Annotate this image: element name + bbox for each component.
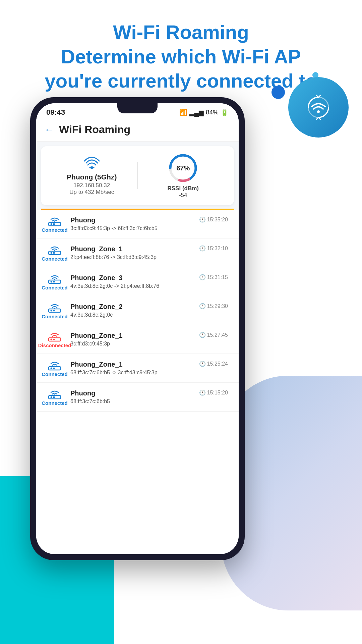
item-name: Phuong_Zone_1 <box>70 332 123 339</box>
item-time: 🕐 15:25:24 <box>199 361 228 367</box>
list-content: Phuong_Zone_1 🕐 15:27:45 3c:ff:d3:c9:45:… <box>66 332 232 347</box>
item-mac: 3c:ff:d3:c9:45:3p <box>70 341 228 347</box>
connection-list[interactable]: Connected Phuong 🕐 15:35:20 3c:ff:d3:c9:… <box>36 210 239 554</box>
list-item[interactable]: Connected Phuong_Zone_1 🕐 15:25:24 68:ff… <box>36 354 239 383</box>
list-content: Phuong_Zone_1 🕐 15:25:24 68:ff:3c:7c:6b:… <box>66 361 232 376</box>
status-time: 09:43 <box>46 108 65 117</box>
list-item[interactable]: Connected Phuong_Zone_3 🕐 15:31:15 4v:3e… <box>36 267 239 296</box>
svg-point-6 <box>51 223 52 225</box>
status-icons: 📶 ▂▄▆ 84% 🔋 <box>179 109 229 116</box>
rssi-label: RSSI (dBm) <box>168 185 199 192</box>
item-mac: 68:ff:3c:7c:6b:b5 -> 3c:ff:d3:c9:45:3p <box>70 370 228 376</box>
list-item[interactable]: Connected Phuong 🕐 15:35:20 3c:ff:d3:c9:… <box>36 210 239 238</box>
svg-point-10 <box>51 252 52 254</box>
item-mac: 4v:3e:3d:8c:2g:0c -> 2f:p4:ee:ff:8b:76 <box>70 283 228 289</box>
phone-frame: 09:43 📶 ▂▄▆ 84% 🔋 ← WiFi Roaming <box>30 97 245 560</box>
app-title: WiFi Roaming <box>59 123 130 136</box>
list-item[interactable]: Connected Phuong_Zone_1 🕐 15:32:10 2f:p4… <box>36 238 239 267</box>
svg-point-31 <box>53 396 55 398</box>
phone-screen: 09:43 📶 ▂▄▆ 84% 🔋 ← WiFi Roaming <box>36 103 239 554</box>
list-row-top: Phuong 🕐 15:15:20 <box>70 389 228 397</box>
wifi-icon-large <box>83 156 100 171</box>
phone-notch <box>117 103 158 113</box>
connection-status-label: Connected <box>42 256 68 262</box>
rssi-percent: 67% <box>176 164 190 172</box>
wifi-roaming-icon-circle <box>288 77 349 138</box>
item-name: Phuong <box>70 216 95 224</box>
item-time: 🕐 15:27:45 <box>199 332 228 338</box>
item-name: Phuong <box>70 389 95 397</box>
bg-dot-large <box>272 86 285 99</box>
svg-point-20 <box>54 308 55 309</box>
item-name: Phuong_Zone_3 <box>70 274 123 282</box>
item-time: 🕐 15:31:15 <box>199 274 228 280</box>
router-icon <box>47 215 62 227</box>
svg-point-22 <box>51 339 52 340</box>
item-name: Phuong_Zone_1 <box>70 245 123 253</box>
list-content: Phuong 🕐 15:35:20 3c:ff:d3:c9:45:3p -> 6… <box>66 216 232 231</box>
router-icon-col: Disconnected <box>43 330 66 348</box>
clock-icon: 🕐 <box>199 245 206 252</box>
svg-point-23 <box>53 339 55 340</box>
summary-ssid: Phuong (5Ghz) <box>67 173 117 181</box>
list-row-top: Phuong 🕐 15:35:20 <box>70 216 228 224</box>
signal-bars: ▂▄▆ <box>189 109 204 116</box>
clock-icon: 🕐 <box>199 303 206 309</box>
router-icon-col: Connected <box>43 273 66 290</box>
svg-point-30 <box>51 396 52 398</box>
clock-icon: 🕐 <box>199 274 206 280</box>
clock-icon: 🕐 <box>199 332 206 338</box>
item-time: 🕐 15:29:30 <box>199 303 228 309</box>
app-header: ← WiFi Roaming <box>36 120 239 142</box>
rssi-value: -54 <box>179 192 187 199</box>
list-row-top: Phuong_Zone_2 🕐 15:29:30 <box>70 303 228 311</box>
item-time: 🕐 15:15:20 <box>199 389 228 396</box>
list-content: Phuong 🕐 15:15:20 68:ff:3c:7c:6b:b5 <box>66 389 232 405</box>
svg-point-32 <box>54 394 55 396</box>
header-line2: Determine which Wi-Fi AP <box>61 46 301 67</box>
svg-point-18 <box>51 310 52 312</box>
svg-point-26 <box>51 368 52 369</box>
list-content: Phuong_Zone_3 🕐 15:31:15 4v:3e:3d:8c:2g:… <box>66 274 232 289</box>
summary-ip: 192.168.50.32 <box>73 182 110 189</box>
item-mac: 3c:ff:d3:c9:45:3p -> 68:ff:3c:7c:6b:b5 <box>70 225 228 231</box>
phone-mockup: 09:43 📶 ▂▄▆ 84% 🔋 ← WiFi Roaming <box>30 97 245 560</box>
list-item[interactable]: Connected Phuong_Zone_2 🕐 15:29:30 4v:3e… <box>36 296 239 325</box>
clock-icon: 🕐 <box>199 361 206 367</box>
connection-status-label: Connected <box>42 285 68 290</box>
connection-status-label: Connected <box>42 227 68 233</box>
router-icon-col: Connected <box>43 244 66 262</box>
back-button[interactable]: ← <box>44 124 54 135</box>
svg-point-27 <box>53 368 55 369</box>
router-icon-col: Connected <box>43 388 66 406</box>
router-icon <box>47 244 62 256</box>
svg-point-28 <box>54 366 55 367</box>
summary-speed: Up to 432 Mb/sec <box>69 189 114 196</box>
router-icon-col: Connected <box>43 359 66 377</box>
item-mac: 68:ff:3c:7c:6b:b5 <box>70 398 228 405</box>
battery-icon: 🔋 <box>221 109 229 116</box>
list-row-top: Phuong_Zone_1 🕐 15:32:10 <box>70 245 228 253</box>
router-icon <box>47 273 62 285</box>
list-item[interactable]: Connected Phuong 🕐 15:15:20 68:ff:3c:7c:… <box>36 383 239 412</box>
item-time: 🕐 15:35:20 <box>199 216 228 223</box>
list-row-top: Phuong_Zone_3 🕐 15:31:15 <box>70 274 228 282</box>
item-mac: 2f:p4:ee:ff:8b:76 -> 3c:ff:d3:c9:45:3p <box>70 254 228 260</box>
summary-left: Phuong (5Ghz) 192.168.50.32 Up to 432 Mb… <box>46 156 137 196</box>
router-icon <box>47 302 62 314</box>
battery-label: 84% <box>206 109 219 116</box>
router-icon-col: Connected <box>43 215 66 233</box>
svg-point-11 <box>53 252 55 254</box>
summary-right: 67% RSSI (dBm) -54 <box>138 153 229 199</box>
rssi-circle: 67% <box>168 153 198 183</box>
router-icon <box>47 330 62 342</box>
svg-point-1 <box>317 110 320 113</box>
list-item[interactable]: Disconnected Phuong_Zone_1 🕐 15:27:45 3c… <box>36 325 239 354</box>
clock-icon: 🕐 <box>199 216 206 223</box>
router-icon <box>47 359 62 371</box>
svg-point-14 <box>51 281 52 283</box>
wifi-status-icon: 📶 <box>179 109 187 116</box>
router-icon-col: Connected <box>43 302 66 319</box>
svg-point-8 <box>54 221 55 223</box>
connection-status-label: Connected <box>42 371 68 377</box>
